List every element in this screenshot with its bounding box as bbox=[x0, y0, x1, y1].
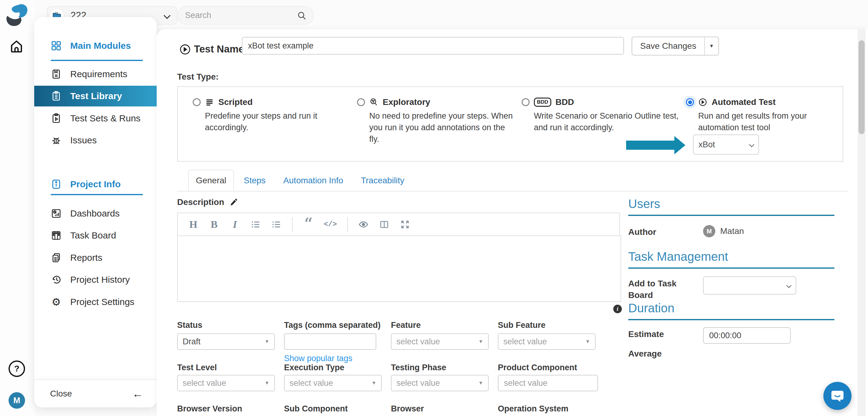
product-component-input[interactable] bbox=[498, 375, 598, 391]
sidebar: Main Modules Requirements Test Library bbox=[34, 17, 157, 408]
bug-icon bbox=[51, 135, 62, 146]
sidebar-close-button[interactable]: Close ← bbox=[34, 379, 157, 408]
sidebar-item-label: Reports bbox=[70, 252, 102, 263]
author-avatar: M bbox=[703, 225, 715, 237]
automation-tool-select[interactable]: xBot bbox=[693, 135, 759, 154]
status-value: Draft bbox=[183, 337, 201, 346]
radio-selected[interactable] bbox=[686, 98, 694, 106]
help-icon[interactable]: ? bbox=[8, 360, 25, 377]
field-label-status: Status bbox=[177, 320, 203, 330]
sidebar-item-test-library[interactable]: Test Library bbox=[34, 86, 157, 106]
sidebar-item-task-board[interactable]: Task Board bbox=[34, 224, 157, 246]
test-name-input[interactable] bbox=[242, 37, 624, 55]
execution-type-select[interactable]: select value ▼ bbox=[284, 375, 382, 391]
bullet-list-icon[interactable] bbox=[250, 217, 261, 232]
toolbar-divider bbox=[292, 217, 292, 232]
quote-icon[interactable]: “ bbox=[303, 220, 313, 229]
section-underline bbox=[628, 319, 834, 320]
sidebar-item-label: Test Sets & Runs bbox=[70, 113, 141, 124]
chat-widget-button[interactable] bbox=[824, 382, 851, 410]
field-label-execution-type: Execution Type bbox=[284, 363, 344, 372]
heading-icon[interactable]: H bbox=[188, 217, 198, 232]
save-changes-label[interactable]: Save Changes bbox=[632, 37, 705, 55]
status-select[interactable]: Draft ▼ bbox=[177, 333, 275, 350]
field-label-tags: Tags (comma separated) bbox=[284, 320, 380, 330]
sidebar-item-dashboards[interactable]: Dashboards bbox=[34, 203, 157, 224]
description-label: Description bbox=[177, 197, 224, 207]
sidebar-item-issues[interactable]: Issues bbox=[34, 129, 157, 151]
add-to-task-board-label: Add to Task Board bbox=[628, 278, 699, 301]
columns-icon[interactable] bbox=[379, 217, 390, 232]
gear-icon: ⚙ bbox=[51, 297, 62, 307]
home-icon[interactable] bbox=[9, 39, 24, 54]
test-type-option-automated[interactable]: Automated Test Run and get results from … bbox=[686, 97, 833, 133]
feature-select[interactable]: select value ▼ bbox=[391, 333, 489, 350]
sidebar-item-project-settings[interactable]: ⚙ Project Settings bbox=[34, 291, 157, 313]
add-to-task-board-select[interactable] bbox=[703, 276, 796, 294]
sidebar-item-label: Dashboards bbox=[70, 208, 120, 219]
sidebar-item-reports[interactable]: Reports bbox=[34, 247, 157, 269]
select-arrow-icon: ▼ bbox=[371, 380, 376, 386]
radio-unselected[interactable] bbox=[357, 98, 365, 106]
expand-icon[interactable] bbox=[400, 217, 410, 232]
dashboards-icon bbox=[51, 208, 62, 219]
execution-type-value: select value bbox=[289, 379, 333, 388]
sub-feature-select[interactable]: select value ▼ bbox=[498, 333, 595, 350]
save-options-caret[interactable]: ▼ bbox=[705, 37, 718, 55]
radio-unselected[interactable] bbox=[522, 98, 530, 106]
author-name: Matan bbox=[720, 226, 744, 236]
task-board-icon bbox=[51, 230, 62, 241]
left-rail: ? M bbox=[0, 0, 34, 416]
pointer-arrow bbox=[626, 141, 675, 150]
editor-toolbar: H B I “ </> bbox=[177, 213, 620, 236]
sidebar-item-project-history[interactable]: Project History bbox=[34, 269, 157, 291]
save-changes-button[interactable]: Save Changes ▼ bbox=[631, 37, 719, 56]
sidebar-item-label: Test Library bbox=[70, 91, 122, 101]
sidebar-item-label: Task Board bbox=[70, 230, 116, 241]
chevron-down-icon bbox=[749, 142, 754, 147]
preview-eye-icon[interactable] bbox=[358, 217, 369, 232]
test-level-select[interactable]: select value ▼ bbox=[177, 375, 275, 391]
field-label-sub-component: Sub Component bbox=[284, 404, 347, 414]
radio-unselected[interactable] bbox=[193, 98, 201, 106]
test-sets-icon bbox=[51, 113, 62, 124]
edit-pencil-icon[interactable] bbox=[230, 198, 238, 206]
select-arrow-icon: ▼ bbox=[478, 380, 483, 386]
info-icon[interactable]: i bbox=[613, 305, 622, 313]
tab-general[interactable]: General bbox=[188, 170, 234, 192]
test-type-option-bdd[interactable]: BDD BDD Write Scenario or Scenario Outli… bbox=[522, 97, 680, 133]
sidebar-item-test-sets-runs[interactable]: Test Sets & Runs bbox=[34, 107, 157, 129]
tab-traceability[interactable]: Traceability bbox=[361, 170, 404, 192]
tab-automation-info[interactable]: Automation Info bbox=[283, 170, 343, 192]
scrollbar-thumb[interactable] bbox=[859, 40, 865, 134]
italic-icon[interactable]: I bbox=[230, 217, 240, 232]
test-type-option-scripted[interactable]: Scripted Predefine your steps and run it… bbox=[193, 97, 339, 133]
author-label: Author bbox=[628, 227, 656, 237]
show-popular-tags-link[interactable]: Show popular tags bbox=[284, 354, 352, 363]
search-input[interactable] bbox=[184, 10, 297, 21]
author-row: M Matan bbox=[703, 225, 744, 237]
test-type-label: Test Type: bbox=[177, 72, 219, 82]
main-content: Test Name Save Changes ▼ Test Type: Scri… bbox=[157, 29, 868, 416]
testing-phase-select[interactable]: select value ▼ bbox=[391, 375, 489, 391]
section-underline bbox=[51, 194, 143, 195]
ordered-list-icon[interactable] bbox=[271, 217, 282, 232]
toolbar-divider bbox=[347, 217, 348, 232]
bold-icon[interactable]: B bbox=[209, 217, 219, 232]
tab-steps[interactable]: Steps bbox=[244, 170, 266, 192]
sidebar-item-requirements[interactable]: Requirements bbox=[34, 63, 157, 85]
field-label-browser-version: Browser Version bbox=[177, 404, 242, 414]
tags-input[interactable] bbox=[284, 333, 376, 350]
test-type-option-exploratory[interactable]: Exploratory No need to predefine your st… bbox=[357, 97, 514, 145]
description-editor-body[interactable] bbox=[177, 236, 621, 302]
sidebar-item-label: Project Settings bbox=[70, 297, 134, 307]
user-avatar[interactable]: M bbox=[8, 392, 25, 409]
section-label: Main Modules bbox=[70, 41, 131, 51]
estimate-input[interactable] bbox=[703, 327, 791, 344]
option-description: Write Scenario or Scenario Outline test,… bbox=[534, 110, 680, 133]
search-bar[interactable] bbox=[177, 6, 314, 25]
option-description: Predefine your steps and run it accordin… bbox=[205, 110, 339, 133]
code-icon[interactable]: </> bbox=[324, 217, 337, 232]
magnifier-icon bbox=[369, 98, 378, 107]
search-icon[interactable] bbox=[297, 11, 307, 21]
